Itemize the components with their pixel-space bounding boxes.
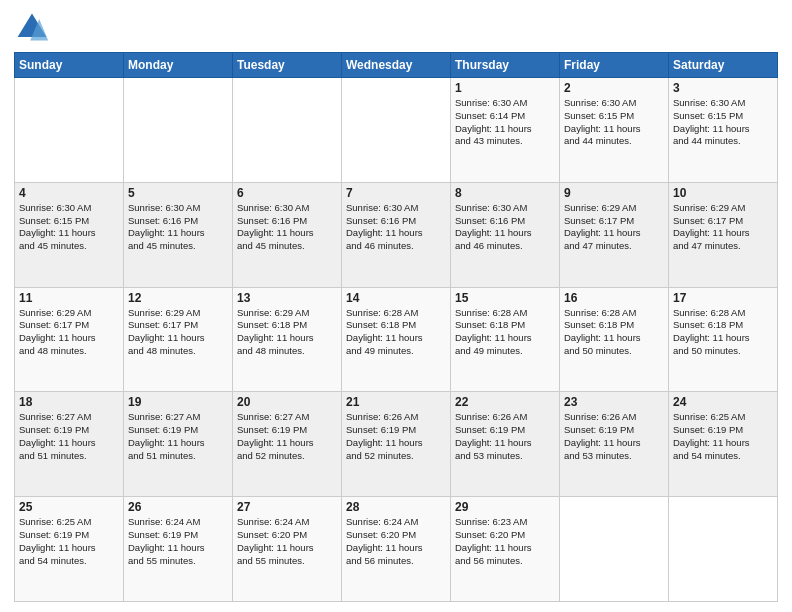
day-info: Sunrise: 6:28 AM Sunset: 6:18 PM Dayligh… (564, 307, 664, 358)
day-info: Sunrise: 6:29 AM Sunset: 6:17 PM Dayligh… (673, 202, 773, 253)
day-info: Sunrise: 6:26 AM Sunset: 6:19 PM Dayligh… (346, 411, 446, 462)
calendar-cell: 19Sunrise: 6:27 AM Sunset: 6:19 PM Dayli… (124, 392, 233, 497)
calendar-cell: 21Sunrise: 6:26 AM Sunset: 6:19 PM Dayli… (342, 392, 451, 497)
logo (14, 10, 52, 46)
day-number: 1 (455, 81, 555, 95)
day-number: 23 (564, 395, 664, 409)
calendar-cell (15, 78, 124, 183)
day-number: 19 (128, 395, 228, 409)
logo-icon (14, 10, 50, 46)
day-number: 21 (346, 395, 446, 409)
page: SundayMondayTuesdayWednesdayThursdayFrid… (0, 0, 792, 612)
day-number: 27 (237, 500, 337, 514)
day-number: 3 (673, 81, 773, 95)
calendar-week-2: 11Sunrise: 6:29 AM Sunset: 6:17 PM Dayli… (15, 287, 778, 392)
day-number: 25 (19, 500, 119, 514)
day-number: 4 (19, 186, 119, 200)
day-info: Sunrise: 6:30 AM Sunset: 6:14 PM Dayligh… (455, 97, 555, 148)
day-info: Sunrise: 6:30 AM Sunset: 6:15 PM Dayligh… (19, 202, 119, 253)
day-info: Sunrise: 6:24 AM Sunset: 6:20 PM Dayligh… (237, 516, 337, 567)
calendar-cell: 25Sunrise: 6:25 AM Sunset: 6:19 PM Dayli… (15, 497, 124, 602)
col-header-sunday: Sunday (15, 53, 124, 78)
day-number: 26 (128, 500, 228, 514)
col-header-thursday: Thursday (451, 53, 560, 78)
calendar-cell: 8Sunrise: 6:30 AM Sunset: 6:16 PM Daylig… (451, 182, 560, 287)
day-info: Sunrise: 6:27 AM Sunset: 6:19 PM Dayligh… (128, 411, 228, 462)
col-header-saturday: Saturday (669, 53, 778, 78)
day-info: Sunrise: 6:24 AM Sunset: 6:19 PM Dayligh… (128, 516, 228, 567)
col-header-wednesday: Wednesday (342, 53, 451, 78)
calendar-cell (124, 78, 233, 183)
calendar-week-4: 25Sunrise: 6:25 AM Sunset: 6:19 PM Dayli… (15, 497, 778, 602)
day-info: Sunrise: 6:25 AM Sunset: 6:19 PM Dayligh… (673, 411, 773, 462)
day-number: 12 (128, 291, 228, 305)
calendar-cell: 18Sunrise: 6:27 AM Sunset: 6:19 PM Dayli… (15, 392, 124, 497)
day-number: 20 (237, 395, 337, 409)
day-number: 15 (455, 291, 555, 305)
calendar-cell: 24Sunrise: 6:25 AM Sunset: 6:19 PM Dayli… (669, 392, 778, 497)
day-info: Sunrise: 6:30 AM Sunset: 6:16 PM Dayligh… (346, 202, 446, 253)
calendar-cell: 9Sunrise: 6:29 AM Sunset: 6:17 PM Daylig… (560, 182, 669, 287)
day-info: Sunrise: 6:29 AM Sunset: 6:17 PM Dayligh… (19, 307, 119, 358)
day-number: 10 (673, 186, 773, 200)
col-header-tuesday: Tuesday (233, 53, 342, 78)
calendar-cell (560, 497, 669, 602)
calendar-cell: 22Sunrise: 6:26 AM Sunset: 6:19 PM Dayli… (451, 392, 560, 497)
col-header-friday: Friday (560, 53, 669, 78)
calendar-cell: 16Sunrise: 6:28 AM Sunset: 6:18 PM Dayli… (560, 287, 669, 392)
calendar-cell: 5Sunrise: 6:30 AM Sunset: 6:16 PM Daylig… (124, 182, 233, 287)
day-info: Sunrise: 6:25 AM Sunset: 6:19 PM Dayligh… (19, 516, 119, 567)
day-number: 9 (564, 186, 664, 200)
day-number: 11 (19, 291, 119, 305)
calendar-cell: 27Sunrise: 6:24 AM Sunset: 6:20 PM Dayli… (233, 497, 342, 602)
calendar-cell (342, 78, 451, 183)
calendar-cell: 7Sunrise: 6:30 AM Sunset: 6:16 PM Daylig… (342, 182, 451, 287)
day-number: 28 (346, 500, 446, 514)
day-number: 24 (673, 395, 773, 409)
day-number: 14 (346, 291, 446, 305)
calendar-cell: 13Sunrise: 6:29 AM Sunset: 6:18 PM Dayli… (233, 287, 342, 392)
header (14, 10, 778, 46)
calendar-cell: 11Sunrise: 6:29 AM Sunset: 6:17 PM Dayli… (15, 287, 124, 392)
day-number: 6 (237, 186, 337, 200)
calendar-cell: 2Sunrise: 6:30 AM Sunset: 6:15 PM Daylig… (560, 78, 669, 183)
calendar-cell: 26Sunrise: 6:24 AM Sunset: 6:19 PM Dayli… (124, 497, 233, 602)
day-info: Sunrise: 6:28 AM Sunset: 6:18 PM Dayligh… (346, 307, 446, 358)
day-info: Sunrise: 6:27 AM Sunset: 6:19 PM Dayligh… (237, 411, 337, 462)
calendar-cell: 6Sunrise: 6:30 AM Sunset: 6:16 PM Daylig… (233, 182, 342, 287)
day-number: 8 (455, 186, 555, 200)
calendar-cell (669, 497, 778, 602)
calendar-cell: 17Sunrise: 6:28 AM Sunset: 6:18 PM Dayli… (669, 287, 778, 392)
day-info: Sunrise: 6:26 AM Sunset: 6:19 PM Dayligh… (455, 411, 555, 462)
calendar-cell: 28Sunrise: 6:24 AM Sunset: 6:20 PM Dayli… (342, 497, 451, 602)
calendar-cell: 15Sunrise: 6:28 AM Sunset: 6:18 PM Dayli… (451, 287, 560, 392)
day-info: Sunrise: 6:27 AM Sunset: 6:19 PM Dayligh… (19, 411, 119, 462)
day-info: Sunrise: 6:29 AM Sunset: 6:17 PM Dayligh… (128, 307, 228, 358)
calendar-cell: 23Sunrise: 6:26 AM Sunset: 6:19 PM Dayli… (560, 392, 669, 497)
day-info: Sunrise: 6:29 AM Sunset: 6:17 PM Dayligh… (564, 202, 664, 253)
day-info: Sunrise: 6:30 AM Sunset: 6:16 PM Dayligh… (237, 202, 337, 253)
day-info: Sunrise: 6:30 AM Sunset: 6:16 PM Dayligh… (128, 202, 228, 253)
calendar-cell: 29Sunrise: 6:23 AM Sunset: 6:20 PM Dayli… (451, 497, 560, 602)
calendar-week-0: 1Sunrise: 6:30 AM Sunset: 6:14 PM Daylig… (15, 78, 778, 183)
calendar-cell: 4Sunrise: 6:30 AM Sunset: 6:15 PM Daylig… (15, 182, 124, 287)
day-info: Sunrise: 6:23 AM Sunset: 6:20 PM Dayligh… (455, 516, 555, 567)
day-info: Sunrise: 6:30 AM Sunset: 6:16 PM Dayligh… (455, 202, 555, 253)
day-number: 2 (564, 81, 664, 95)
day-number: 17 (673, 291, 773, 305)
day-number: 7 (346, 186, 446, 200)
calendar-cell: 12Sunrise: 6:29 AM Sunset: 6:17 PM Dayli… (124, 287, 233, 392)
col-header-monday: Monday (124, 53, 233, 78)
calendar-cell (233, 78, 342, 183)
day-number: 16 (564, 291, 664, 305)
day-number: 22 (455, 395, 555, 409)
day-info: Sunrise: 6:24 AM Sunset: 6:20 PM Dayligh… (346, 516, 446, 567)
day-info: Sunrise: 6:26 AM Sunset: 6:19 PM Dayligh… (564, 411, 664, 462)
calendar-cell: 3Sunrise: 6:30 AM Sunset: 6:15 PM Daylig… (669, 78, 778, 183)
calendar-header-row: SundayMondayTuesdayWednesdayThursdayFrid… (15, 53, 778, 78)
calendar-cell: 20Sunrise: 6:27 AM Sunset: 6:19 PM Dayli… (233, 392, 342, 497)
day-info: Sunrise: 6:28 AM Sunset: 6:18 PM Dayligh… (673, 307, 773, 358)
day-number: 5 (128, 186, 228, 200)
day-info: Sunrise: 6:28 AM Sunset: 6:18 PM Dayligh… (455, 307, 555, 358)
calendar-table: SundayMondayTuesdayWednesdayThursdayFrid… (14, 52, 778, 602)
